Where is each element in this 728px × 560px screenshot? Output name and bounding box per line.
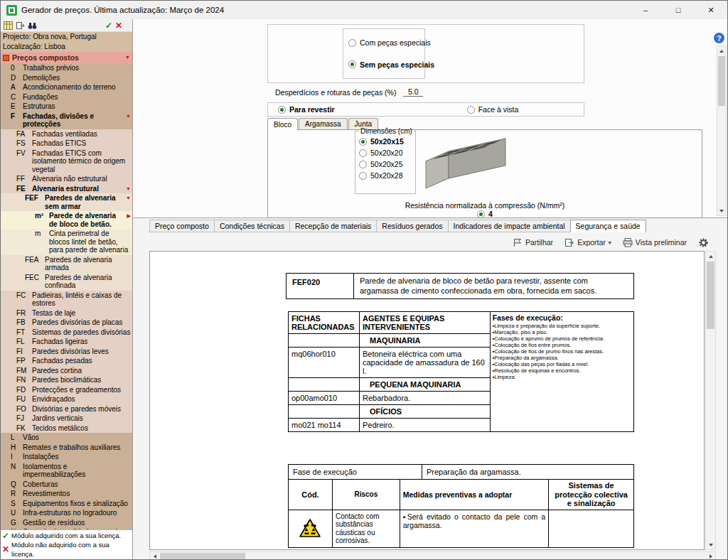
settings-button[interactable]: [698, 237, 709, 248]
measure-cell: ▪Será evitado o contacto da pele com a a…: [400, 510, 548, 547]
radio-para-revestir[interactable]: Para revestir: [278, 105, 335, 114]
sidebar-item-i[interactable]: IInstalações: [1, 452, 132, 462]
tab-recepcao-de-materiais[interactable]: Recepção de materiais: [289, 220, 377, 232]
scrollbar-thumb[interactable]: [707, 262, 714, 329]
sidebar-item-fv[interactable]: FVFachadas ETICS com isolamento térmico …: [1, 149, 132, 175]
project-row[interactable]: Projecto: Obra nova, Portugal: [1, 32, 132, 42]
item-code: 0: [11, 64, 23, 72]
document-viewer[interactable]: FEF020 Parede de alvenaria de bloco de b…: [149, 251, 705, 550]
sidebar-item-fk[interactable]: FKTecidos metálicos: [1, 424, 132, 434]
sidebar-item-fe[interactable]: FEAlvenaria estrutural▼: [1, 184, 132, 194]
sidebar-item-e[interactable]: EEstruturas: [1, 102, 132, 112]
tab-preco-composto[interactable]: Preço composto: [149, 220, 215, 232]
sidebar-item-r[interactable]: RRevestimentos: [1, 489, 132, 499]
scroll-left-icon[interactable]: [150, 552, 159, 560]
scrollbar-thumb[interactable]: [718, 56, 725, 106]
share-button[interactable]: Partilhar: [513, 238, 553, 247]
export-icon: [564, 238, 574, 247]
sidebar-item-c[interactable]: CFundações: [1, 92, 132, 102]
sidebar-item-fa[interactable]: FAFachadas ventiladas: [1, 129, 132, 139]
scroll-up-icon[interactable]: [706, 252, 715, 261]
document-scrollbar-vertical[interactable]: [705, 251, 716, 550]
scroll-down-icon[interactable]: [717, 206, 726, 215]
sidebar-item-ff[interactable]: FFAlvenaria não estrutural: [1, 174, 132, 184]
tab-indicadores-de-impacte-ambiental[interactable]: Indicadores de impacte ambiental: [448, 220, 571, 232]
sidebar-item-fm[interactable]: FMParedes cortina: [1, 366, 132, 376]
sidebar-item-q[interactable]: QCoberturas: [1, 480, 132, 490]
sidebar-item-0[interactable]: 0Trabalhos prévios: [1, 63, 132, 73]
accept-button[interactable]: ✓: [105, 21, 112, 30]
sidebar-root-precos-compostos[interactable]: Preços compostos ▼: [1, 52, 132, 63]
radio-sem-pecas-especiais[interactable]: Sem peças especiais: [348, 60, 424, 69]
sidebar-item-a[interactable]: AAcondicionamento do terreno: [1, 82, 132, 92]
sidebar-item-f[interactable]: FFachadas, divisões e protecções▼: [1, 112, 132, 129]
radio-50x20x20[interactable]: 50x20x20: [359, 149, 415, 157]
item-code: FD: [16, 386, 32, 394]
sidebar-item-fd[interactable]: FDProtecções e gradeamentos: [1, 385, 132, 395]
cancel-button[interactable]: ✕: [115, 21, 122, 30]
radio-face-a-vista[interactable]: Face à vista: [467, 105, 519, 114]
item-code: m: [35, 230, 49, 238]
sidebar-item-s[interactable]: SEquipamentos fixos e sinalização: [1, 499, 132, 509]
sidebar-item-fj[interactable]: FJJardins verticais: [1, 414, 132, 424]
item-code: FV: [16, 149, 32, 158]
agent-code-cell: mo021 mo114: [289, 419, 360, 432]
sidebar-item-l[interactable]: LVãos: [1, 433, 132, 443]
tab-condicoes-tecnicas[interactable]: Condições técnicas: [214, 220, 290, 232]
sidebar-item-ft[interactable]: FTSistemas de paredes divisórias: [1, 328, 132, 338]
tab-argamassa[interactable]: Argamassa: [299, 118, 348, 129]
sidebar-item-d[interactable]: DDemolições: [1, 73, 132, 83]
radio-50x20x15[interactable]: 50x20x15: [359, 137, 415, 146]
sheet-icon[interactable]: [4, 21, 13, 30]
sidebar-item-g[interactable]: GGestão de resíduos: [1, 518, 132, 528]
phase-item: ▪Limpeza.: [493, 374, 631, 380]
tab-residuos-gerados[interactable]: Resíduos gerados: [376, 220, 448, 232]
options-scrollbar[interactable]: [717, 45, 727, 216]
export-icon[interactable]: [16, 21, 25, 30]
export-button[interactable]: Exportar ▾: [564, 238, 611, 247]
sidebar-item-fc[interactable]: FCPadieiras, lintéis e caixas de estores: [1, 291, 132, 308]
radio-50x20x25[interactable]: 50x20x25: [359, 160, 415, 168]
maximize-button[interactable]: □: [662, 1, 695, 19]
radio-com-pecas-especiais[interactable]: Com peças especiais: [348, 38, 424, 47]
sidebar-item-u[interactable]: UInfra-estruturas no logradouro: [1, 508, 132, 518]
scrollbar-thumb[interactable]: [160, 553, 245, 560]
preview-button[interactable]: Vista preliminar: [623, 238, 687, 247]
sidebar-item-fs[interactable]: FSFachadas ETICS: [1, 139, 132, 149]
sidebar-item-fb[interactable]: FBParedes divisórias de placas: [1, 318, 132, 328]
binoculars-icon[interactable]: [28, 21, 37, 30]
sidebar-item-fea[interactable]: FEAParedes de alvenaria armada: [1, 255, 132, 273]
sidebar-item-fi[interactable]: FIParedes divisórias leves: [1, 347, 132, 357]
sidebar-item-fu[interactable]: FUEnvidraçados: [1, 394, 132, 404]
sidebar-item-n[interactable]: NIsolamentos e impermeabilizações: [1, 462, 132, 480]
sidebar-item-fn[interactable]: FNParedes bioclimáticas: [1, 375, 132, 385]
scroll-right-icon[interactable]: [706, 552, 715, 560]
sidebar-item-fp[interactable]: FPFachadas pesadas: [1, 356, 132, 366]
waste-value-field[interactable]: 5.0: [403, 87, 423, 97]
sidebar-item-h[interactable]: HRemates e trabalhos auxiliares: [1, 443, 132, 453]
expand-down-icon: ▼: [124, 112, 131, 120]
radio-50x20x28[interactable]: 50x20x28: [359, 171, 415, 180]
scroll-down-icon[interactable]: [706, 540, 715, 549]
location-row[interactable]: Localização: Lisboa: [1, 42, 132, 52]
item-label: Fachadas ventiladas: [32, 130, 131, 139]
sidebar-item-fl[interactable]: FLFachadas ligeiras: [1, 337, 132, 347]
tab-bloco[interactable]: Bloco: [267, 118, 298, 130]
item-label: Acondicionamento do terreno: [23, 83, 131, 92]
risk-code-cell: [289, 510, 333, 547]
item-label: Cinta perimetral de blocos lintel de bet…: [49, 230, 131, 254]
minimize-button[interactable]: –: [629, 1, 662, 19]
sidebar-item-fr[interactable]: FRTestas de laje: [1, 308, 132, 318]
document-scrollbar-horizontal[interactable]: [149, 551, 716, 560]
radio-4[interactable]: 4: [477, 210, 493, 218]
help-icon[interactable]: ?: [714, 33, 724, 43]
close-button[interactable]: ✕: [695, 1, 727, 19]
sidebar-item-fo[interactable]: FODivisórias e paredes móveis: [1, 404, 132, 414]
sidebar-item-fec[interactable]: FECParedes de alvenaria confinada: [1, 273, 132, 291]
sidebar-item-m[interactable]: mCinta perimetral de blocos lintel de be…: [1, 229, 132, 255]
tab-seguranca-e-saude[interactable]: Segurança e saúde: [570, 220, 646, 232]
scroll-up-icon[interactable]: [717, 46, 726, 55]
preview-label: Vista preliminar: [636, 238, 687, 247]
sidebar-item-m[interactable]: m²Parede de alvenaria de bloco de betão.…: [1, 211, 132, 229]
sidebar-item-fef[interactable]: FEFParedes de alvenaria sem armar▼: [1, 193, 132, 211]
